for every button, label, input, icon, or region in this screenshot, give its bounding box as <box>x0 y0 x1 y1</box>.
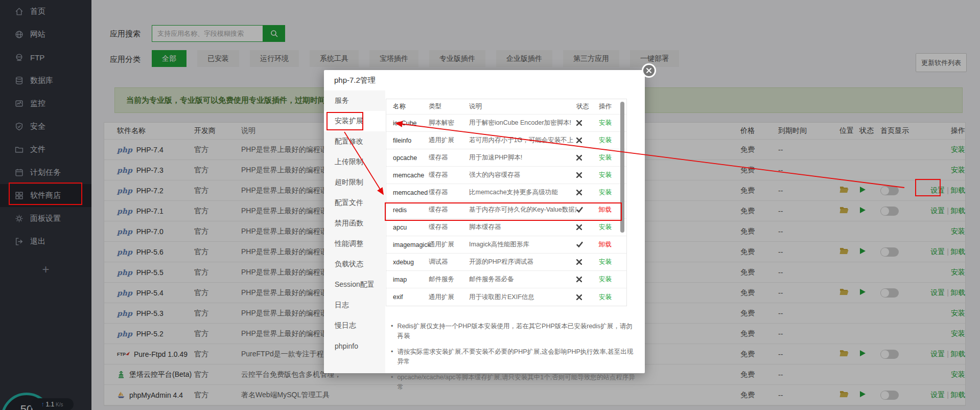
modal-menu-Session配置[interactable]: Session配置 <box>324 275 385 295</box>
column-header: 类型 <box>429 102 469 111</box>
extension-note: •Redis扩展仅支持一个PHP版本安装使用，若在其它PHP版本已安装redis… <box>391 322 636 341</box>
extension-type: 调试器 <box>429 258 469 266</box>
extension-type: 通用扩展 <box>429 293 469 302</box>
extension-status <box>576 259 599 265</box>
extension-status <box>576 277 599 282</box>
extension-status <box>576 138 599 143</box>
extension-name: imagemagick <box>386 241 429 248</box>
extension-notes: •Redis扩展仅支持一个PHP版本安装使用，若在其它PHP版本已安装redis… <box>391 322 636 398</box>
extension-status <box>576 155 599 161</box>
extension-name: ionCube <box>386 120 429 127</box>
extension-row-xdebug: xdebug调试器开源的PHP程序调试器安装 <box>386 254 626 271</box>
extension-note: •请按实际需求安装扩展,不要安装不必要的PHP扩展,这会影响PHP执行效率,甚至… <box>391 347 636 367</box>
extension-desc: 基于内存亦可持久化的Key-Value数据库 <box>469 206 576 214</box>
extension-note: •opcache/xcache/apc等脚本缓存扩展,请只安装其中1个,否则可能… <box>391 373 636 392</box>
modal-menu-超时限制[interactable]: 超时限制 <box>324 172 385 193</box>
extension-install-link[interactable]: 安装 <box>599 293 612 301</box>
cross-icon <box>576 172 582 178</box>
cross-icon <box>576 138 582 143</box>
extension-row-memcache: memcache缓存器强大的内容缓存器安装 <box>386 167 626 184</box>
extension-name: opcache <box>386 154 429 162</box>
extension-status <box>576 120 599 126</box>
extension-install-link[interactable]: 安装 <box>599 136 612 144</box>
extension-uninstall-link[interactable]: 卸载 <box>599 206 612 213</box>
cross-icon <box>576 190 582 195</box>
extension-status <box>576 207 599 213</box>
modal-menu-禁用函数[interactable]: 禁用函数 <box>324 213 385 234</box>
cross-icon <box>576 294 582 300</box>
extension-desc: 开源的PHP程序调试器 <box>469 258 576 266</box>
modal-menu-性能调整[interactable]: 性能调整 <box>324 234 385 254</box>
extension-name: redis <box>386 207 429 214</box>
modal-menu-上传限制[interactable]: 上传限制 <box>324 152 385 172</box>
extension-row-fileinfo: fileinfo通用扩展若可用内存小于1G，可能会安装不上安装 <box>386 132 626 149</box>
extension-install-link[interactable]: 安装 <box>599 189 612 196</box>
extension-desc: 邮件服务器必备 <box>469 275 576 284</box>
extension-name: exif <box>386 293 429 301</box>
extension-install-link[interactable]: 安装 <box>599 154 612 161</box>
cross-icon <box>576 277 582 282</box>
modal-menu-安装扩展[interactable]: 安装扩展 <box>324 111 385 131</box>
extension-status <box>576 190 599 195</box>
extension-desc: 用于加速PHP脚本! <box>469 153 576 162</box>
extension-table-header: 名称类型说明状态操作 <box>386 99 626 115</box>
extension-desc: 若可用内存小于1G，可能会安装不上 <box>469 136 576 145</box>
modal-menu-配置修改[interactable]: 配置修改 <box>324 131 385 152</box>
extension-status <box>576 224 599 230</box>
scrollbar-thumb[interactable] <box>620 102 624 233</box>
modal-menu-慢日志[interactable]: 慢日志 <box>324 315 385 336</box>
extension-desc: 用于解密ionCube Encoder加密脚本! <box>469 119 576 127</box>
extension-desc: 用于读取图片EXIF信息 <box>469 293 576 302</box>
close-button[interactable] <box>642 63 656 78</box>
extension-desc: 比memcache支持更多高级功能 <box>469 188 576 197</box>
modal-menu: 服务安装扩展配置修改上传限制超时限制配置文件禁用函数性能调整负载状态Sessio… <box>324 90 385 373</box>
extension-uninstall-link[interactable]: 卸载 <box>599 241 612 248</box>
extension-type: 缓存器 <box>429 188 469 197</box>
extension-install-link[interactable]: 安装 <box>599 119 612 126</box>
cross-icon <box>576 155 582 161</box>
modal-menu-配置文件[interactable]: 配置文件 <box>324 193 385 213</box>
extension-name: memcached <box>386 189 429 196</box>
cross-icon <box>576 259 582 265</box>
extension-table: 名称类型说明状态操作ionCube脚本解密用于解密ionCube Encoder… <box>386 99 627 306</box>
extension-install-link[interactable]: 安装 <box>599 223 612 231</box>
extension-desc: 脚本缓存器 <box>469 223 576 232</box>
check-icon <box>576 241 583 248</box>
extension-status <box>576 294 599 300</box>
extension-row-ionCube: ionCube脚本解密用于解密ionCube Encoder加密脚本!安装 <box>386 115 626 132</box>
extension-install-link[interactable]: 安装 <box>599 276 612 283</box>
php-manage-modal: php-7.2管理 服务安装扩展配置修改上传限制超时限制配置文件禁用函数性能调整… <box>324 70 645 373</box>
extension-install-link[interactable]: 安装 <box>599 258 612 265</box>
extension-desc: 强大的内容缓存器 <box>469 171 576 179</box>
extension-name: imap <box>386 276 429 283</box>
cross-icon <box>576 120 582 126</box>
modal-menu-负载状态[interactable]: 负载状态 <box>324 254 385 275</box>
bt-panel-app: 首页网站FTP数据库监控安全文件计划任务软件商店面板设置退出 + 50 ↑ 1.… <box>0 0 980 410</box>
extension-type: 缓存器 <box>429 153 469 162</box>
extension-desc: Imagick高性能图形库 <box>469 240 576 249</box>
extension-type: 邮件服务 <box>429 275 469 284</box>
extension-install-link[interactable]: 安装 <box>599 171 612 178</box>
extension-row-imap: imap邮件服务邮件服务器必备安装 <box>386 271 626 288</box>
extension-row-redis: redis缓存器基于内存亦可持久化的Key-Value数据库卸载 <box>386 201 626 219</box>
extension-type: 缓存器 <box>429 206 469 214</box>
extension-type: 脚本解密 <box>429 119 469 127</box>
extension-panel: 名称类型说明状态操作ionCube脚本解密用于解密ionCube Encoder… <box>386 99 627 306</box>
extension-name: xdebug <box>386 259 429 266</box>
modal-title: php-7.2管理 <box>324 70 645 90</box>
modal-menu-日志[interactable]: 日志 <box>324 295 385 315</box>
extension-row-opcache: opcache缓存器用于加速PHP脚本!安装 <box>386 149 626 167</box>
extension-status <box>576 172 599 178</box>
close-icon <box>646 67 652 74</box>
modal-menu-phpinfo[interactable]: phpinfo <box>324 336 385 356</box>
extension-row-imagemagick: imagemagick通用扩展Imagick高性能图形库卸载 <box>386 236 626 254</box>
extension-name: memcache <box>386 172 429 179</box>
extension-name: apcu <box>386 224 429 231</box>
check-icon <box>576 207 583 213</box>
extension-type: 缓存器 <box>429 171 469 179</box>
column-header: 说明 <box>469 102 576 111</box>
extension-type: 通用扩展 <box>429 240 469 249</box>
column-header: 状态 <box>576 102 599 111</box>
extension-status <box>576 241 599 248</box>
modal-menu-服务[interactable]: 服务 <box>324 90 385 111</box>
